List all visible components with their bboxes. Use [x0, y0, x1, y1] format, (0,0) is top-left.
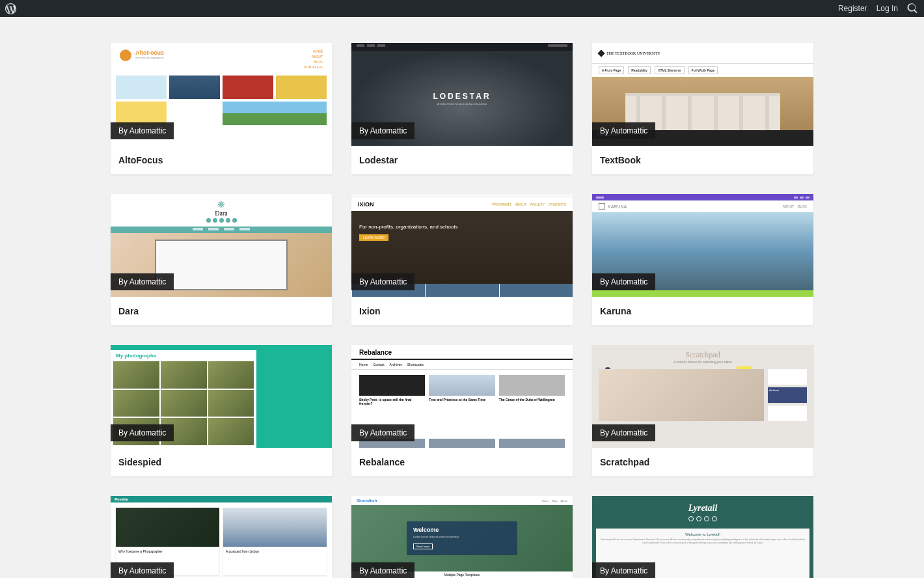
admin-bar: Register Log In — [0, 0, 924, 17]
theme-name: Karuna — [592, 297, 813, 325]
preview-logo: Dara — [111, 210, 332, 217]
register-link[interactable]: Register — [838, 4, 867, 13]
preview-logo: Revelar — [115, 497, 129, 501]
theme-screenshot: AltoFocus theme for photographers HOME A… — [111, 43, 332, 146]
preview-logo: KARUNA — [608, 204, 627, 209]
theme-screenshot: Shoreditch HomeBlogAbout Welcome Lorem i… — [351, 496, 573, 578]
theme-card-revelar[interactable]: Revelar Why I became a Photographer A po… — [111, 496, 332, 578]
theme-screenshot: IXION PROGRAMSABOUTFACULTYSTUDENTS For n… — [351, 194, 573, 297]
theme-screenshot: Revelar Why I became a Photographer A po… — [111, 496, 332, 578]
theme-name: Rebalance — [351, 448, 573, 476]
preview-button: LEARN MORE — [359, 234, 388, 241]
theme-name: Ixion — [351, 297, 573, 325]
author-badge: By Automattic — [111, 562, 174, 578]
theme-card-lyretail[interactable]: Lyretail Welcome to Lyretail! The story … — [592, 496, 813, 578]
theme-screenshot: My photographs By Automattic — [111, 345, 332, 448]
theme-screenshot: LODESTAR A stellar theme for your startu… — [351, 43, 573, 146]
theme-screenshot: Rebalance HomeContactArchivesShortcodes … — [351, 345, 573, 448]
theme-screenshot: Scratchpad A colorful theme for collecti… — [592, 345, 813, 448]
author-badge: By Automattic — [592, 122, 655, 139]
author-badge: By Automattic — [111, 424, 174, 441]
theme-card-shoreditch[interactable]: Shoreditch HomeBlogAbout Welcome Lorem i… — [351, 496, 573, 578]
preview-logo: Shoreditch — [357, 499, 377, 502]
theme-name: TextBook — [592, 146, 813, 174]
theme-card-textbook[interactable]: THE TEXTBOOK UNIVERSITY A Front Page Rea… — [592, 43, 813, 174]
author-badge: By Automattic — [351, 122, 414, 139]
theme-card-karuna[interactable]: KARUNA ABOUTBLOG By Automattic Karuna — [592, 194, 813, 325]
preview-title: Lyretail — [688, 503, 718, 514]
theme-name: Sidespied — [111, 448, 332, 476]
theme-card-scratchpad[interactable]: Scratchpad A colorful theme for collecti… — [592, 345, 813, 476]
preview-logo: THE TEXTBOOK UNIVERSITY — [606, 51, 660, 55]
theme-screenshot: Lyretail Welcome to Lyretail! The story … — [592, 496, 813, 578]
admin-bar-right: Register Log In — [838, 3, 919, 14]
theme-card-altofocus[interactable]: AltoFocus theme for photographers HOME A… — [111, 43, 332, 174]
theme-card-rebalance[interactable]: Rebalance HomeContactArchivesShortcodes … — [351, 345, 573, 476]
login-link[interactable]: Log In — [876, 4, 898, 13]
preview-hero: For non-profits, organizations, and scho… — [359, 224, 483, 230]
admin-bar-left — [5, 3, 16, 14]
theme-name: Scratchpad — [592, 448, 813, 476]
theme-card-dara[interactable]: ❋ Dara By Automattic Dara — [111, 194, 332, 325]
author-badge: By Automattic — [592, 273, 655, 290]
themes-grid: AltoFocus theme for photographers HOME A… — [111, 17, 813, 578]
theme-name: AltoFocus — [111, 146, 332, 174]
author-badge: By Automattic — [111, 122, 174, 139]
author-badge: By Automattic — [351, 273, 414, 290]
theme-card-sidespied[interactable]: My photographs By Automattic Sidespied — [111, 345, 332, 476]
theme-card-ixion[interactable]: IXION PROGRAMSABOUTFACULTYSTUDENTS For n… — [351, 194, 573, 325]
preview-title: Scratchpad — [599, 350, 807, 360]
author-badge: By Automattic — [351, 562, 414, 578]
preview-logo: AltoFocus — [135, 49, 164, 56]
preview-title: My photographs — [111, 350, 256, 361]
preview-logo: IXION — [358, 201, 374, 208]
theme-screenshot: THE TEXTBOOK UNIVERSITY A Front Page Rea… — [592, 43, 813, 146]
author-badge: By Automattic — [351, 424, 414, 441]
wordpress-logo-icon[interactable] — [5, 3, 16, 14]
preview-subtitle: A colorful theme for collecting your ide… — [599, 360, 807, 364]
author-badge: By Automattic — [111, 273, 174, 290]
theme-card-lodestar[interactable]: LODESTAR A stellar theme for your startu… — [351, 43, 573, 174]
theme-screenshot: KARUNA ABOUTBLOG By Automattic — [592, 194, 813, 297]
preview-logo: Rebalance — [359, 349, 565, 356]
author-badge: By Automattic — [592, 562, 655, 578]
theme-name: Lodestar — [351, 146, 573, 174]
author-badge: By Automattic — [592, 424, 655, 441]
theme-screenshot: ❋ Dara By Automattic — [111, 194, 332, 297]
theme-name: Dara — [111, 297, 332, 325]
search-icon[interactable] — [907, 3, 919, 14]
preview-title: LODESTAR — [433, 92, 491, 101]
